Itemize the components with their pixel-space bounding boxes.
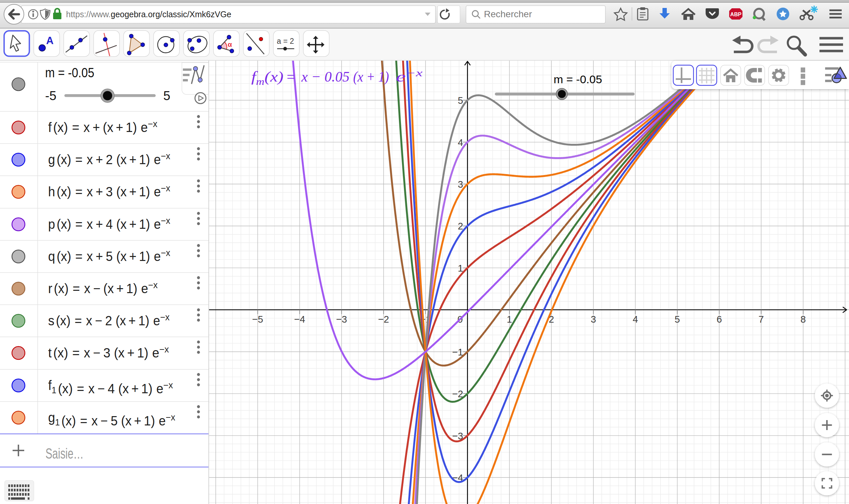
svg-text:A: A	[46, 35, 53, 47]
svg-text:6: 6	[716, 314, 722, 325]
svg-text:8: 8	[800, 314, 806, 325]
svg-text:α: α	[228, 40, 232, 48]
svg-text:m = -0.05: m = -0.05	[45, 65, 94, 80]
svg-text:−5: −5	[252, 314, 263, 325]
svg-text:x − 0.05: x − 0.05	[301, 69, 349, 85]
svg-text:a = 2: a = 2	[277, 37, 294, 46]
svg-text:3: 3	[458, 179, 463, 190]
svg-text:4: 4	[458, 137, 463, 148]
svg-text:2: 2	[458, 221, 463, 231]
svg-text:e−x: e−x	[396, 67, 423, 85]
svg-text:https://www.geogebra.org/class: https://www.geogebra.org/classic/Xmk6zVG…	[66, 9, 231, 19]
svg-text:1: 1	[507, 314, 512, 325]
svg-text:ABP: ABP	[730, 12, 742, 17]
svg-text:−1: −1	[452, 347, 463, 357]
svg-text:−3: −3	[336, 314, 347, 325]
svg-text:3: 3	[591, 314, 596, 325]
svg-text:−4: −4	[294, 314, 305, 325]
svg-text:5: 5	[163, 89, 170, 103]
svg-text:−2: −2	[378, 314, 389, 325]
svg-text:Rechercher: Rechercher	[484, 9, 532, 19]
svg-text:m = -0.05: m = -0.05	[554, 73, 602, 86]
svg-text:5: 5	[458, 95, 463, 106]
svg-text:=: =	[286, 69, 296, 85]
svg-text:fm(x): fm(x)	[251, 69, 283, 87]
svg-text:-5: -5	[45, 89, 56, 103]
svg-text:4: 4	[633, 314, 638, 325]
svg-text:(x + 1): (x + 1)	[353, 69, 389, 85]
svg-text:f(x)=x+(x+1)e−x: f(x)=x+(x+1)e−x	[48, 119, 157, 134]
svg-text:7: 7	[758, 314, 764, 325]
svg-text:Saisie…: Saisie…	[46, 445, 84, 462]
svg-text:5: 5	[675, 314, 680, 325]
